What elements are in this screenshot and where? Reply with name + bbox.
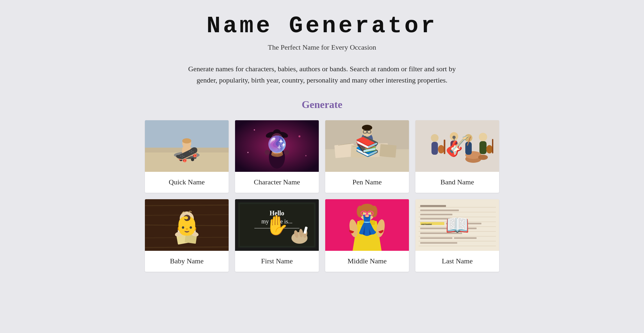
card-quick-name[interactable]: Quick Name (145, 120, 229, 193)
svg-point-57 (452, 136, 456, 139)
svg-point-27 (265, 150, 270, 155)
svg-rect-119 (446, 223, 481, 224)
svg-point-71 (180, 211, 194, 226)
svg-point-50 (431, 134, 439, 142)
svg-point-16 (305, 155, 307, 156)
card-first-name[interactable]: Hello my name is... First Name (235, 199, 319, 272)
card-label-pen-name: Pen Name (325, 172, 409, 193)
svg-rect-74 (189, 226, 191, 235)
svg-rect-120 (420, 228, 449, 229)
svg-rect-3 (145, 152, 229, 172)
card-grid: Quick Name (145, 120, 499, 271)
svg-point-21 (271, 133, 283, 145)
card-image-band-name (415, 120, 499, 172)
card-image-character-name (235, 120, 319, 172)
card-baby-name[interactable]: Baby Name (145, 199, 229, 272)
svg-point-24 (273, 143, 276, 146)
svg-rect-123 (420, 237, 452, 239)
svg-rect-78 (185, 233, 197, 244)
svg-point-75 (183, 217, 185, 219)
svg-point-49 (478, 155, 488, 160)
svg-rect-51 (431, 142, 438, 155)
svg-point-63 (486, 145, 493, 153)
svg-rect-43 (357, 143, 364, 147)
card-middle-name[interactable]: Middle Name (325, 199, 409, 272)
svg-rect-121 (451, 228, 477, 229)
svg-point-20 (273, 129, 281, 136)
svg-point-80 (191, 231, 199, 237)
svg-line-68 (145, 225, 229, 226)
card-pen-name[interactable]: Pen Name (325, 120, 409, 193)
card-label-last-name: Last Name (415, 251, 499, 272)
svg-point-8 (182, 144, 192, 157)
svg-point-22 (273, 137, 275, 139)
card-character-name[interactable]: Character Name (235, 120, 319, 193)
svg-rect-114 (420, 210, 459, 211)
card-band-name[interactable]: Band Name (415, 120, 499, 193)
svg-rect-73 (183, 226, 185, 235)
card-image-pen-name (325, 120, 409, 172)
svg-rect-44 (370, 143, 377, 147)
card-label-band-name: Band Name (415, 172, 499, 193)
svg-rect-32 (351, 145, 369, 158)
svg-point-6 (179, 158, 183, 161)
svg-rect-125 (420, 242, 457, 244)
svg-rect-124 (454, 237, 477, 239)
svg-point-25 (278, 143, 281, 146)
svg-rect-116 (420, 218, 462, 220)
card-image-baby-name (145, 199, 229, 251)
svg-point-28 (284, 150, 289, 155)
page-wrapper: Name Generator The Perfect Name for Ever… (129, 13, 515, 272)
svg-point-61 (479, 133, 487, 141)
card-last-name[interactable]: surname Last Name (415, 199, 499, 272)
svg-text:my name is...: my name is... (261, 218, 293, 225)
svg-point-79 (175, 231, 183, 237)
svg-point-7 (191, 158, 194, 161)
svg-point-58 (465, 134, 472, 142)
svg-text:surname: surname (421, 222, 432, 226)
svg-point-76 (188, 217, 190, 219)
svg-point-54 (450, 132, 458, 141)
svg-point-52 (438, 145, 444, 153)
card-image-last-name: surname (415, 199, 499, 251)
svg-rect-59 (465, 142, 472, 155)
svg-rect-53 (444, 140, 445, 154)
card-image-first-name: Hello my name is... (235, 199, 319, 251)
svg-text:Hello: Hello (270, 210, 284, 217)
svg-line-66 (145, 205, 229, 206)
page-title: Name Generator (129, 13, 515, 39)
card-label-middle-name: Middle Name (325, 251, 409, 272)
svg-rect-55 (450, 141, 458, 155)
svg-point-15 (247, 152, 249, 153)
svg-point-42 (362, 125, 372, 131)
card-image-quick-name (145, 120, 229, 172)
card-label-baby-name: Baby Name (145, 251, 229, 272)
svg-point-10 (182, 138, 191, 143)
card-label-quick-name: Quick Name (145, 172, 229, 193)
generate-heading: Generate (129, 99, 515, 111)
card-image-middle-name (325, 199, 409, 251)
card-label-first-name: First Name (235, 251, 319, 272)
svg-rect-56 (454, 138, 455, 156)
svg-point-26 (269, 146, 285, 169)
svg-point-13 (254, 129, 255, 131)
svg-rect-122 (420, 232, 462, 234)
svg-rect-2 (145, 120, 229, 148)
svg-rect-5 (177, 156, 196, 159)
svg-rect-62 (479, 141, 487, 154)
svg-rect-100 (359, 220, 375, 225)
svg-line-70 (145, 247, 229, 248)
svg-rect-64 (492, 139, 493, 153)
page-description: Generate names for characters, babies, a… (177, 63, 467, 86)
page-subtitle: The Perfect Name for Every Occasion (129, 43, 515, 52)
card-label-character-name: Character Name (235, 172, 319, 193)
svg-point-37 (361, 132, 373, 147)
svg-rect-113 (420, 205, 446, 207)
svg-point-4 (174, 152, 200, 158)
svg-point-23 (279, 137, 280, 139)
svg-point-14 (298, 135, 300, 137)
svg-rect-34 (379, 144, 396, 158)
svg-rect-115 (420, 214, 452, 215)
